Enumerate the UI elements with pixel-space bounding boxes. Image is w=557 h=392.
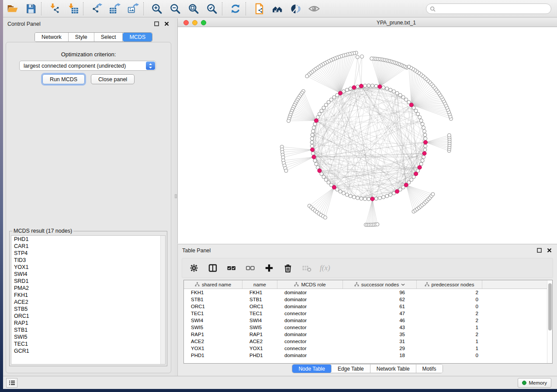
mcds-result-node[interactable]: TID3 <box>11 257 165 264</box>
node-table-body: FKH1FKH1dominator962STB1STB1dominator620… <box>184 289 552 359</box>
export-table-icon[interactable] <box>107 2 122 16</box>
column-settings-icon[interactable] <box>188 263 200 273</box>
close-panel-icon[interactable] <box>163 21 170 27</box>
mcds-result-list[interactable]: PHD1CAR1STP4TID3YOX1SWI4SRD1PMA2FKH1ACE2… <box>11 235 166 364</box>
network-window-title: YPA_prune.txt_1 <box>377 20 416 26</box>
mcds-result-node[interactable]: SWI4 <box>11 271 165 278</box>
splitter-grip[interactable] <box>175 194 177 198</box>
mcds-result-node[interactable]: STB1 <box>11 327 165 334</box>
node-table[interactable]: shared namenameMCDS rolesuccessor nodesp… <box>183 280 553 364</box>
column-header-filler <box>482 280 552 289</box>
column-header-shared-name[interactable]: shared name <box>184 280 242 289</box>
mcds-result-node[interactable]: TEC1 <box>11 340 165 347</box>
tab-network[interactable]: Network <box>35 33 69 41</box>
search-input[interactable] <box>426 3 551 14</box>
mcds-result-node[interactable]: YOX1 <box>11 264 165 271</box>
table-row[interactable]: SWI5SWI5connector431 <box>184 324 552 331</box>
mcds-result-node[interactable]: STB5 <box>11 306 165 313</box>
mcds-result-node[interactable]: PMA2 <box>11 285 165 292</box>
tab-mcds[interactable]: MCDS <box>123 33 152 41</box>
table-row[interactable]: PHD1PHD1dominator180 <box>184 352 552 359</box>
toolbar-separator <box>246 2 246 15</box>
network-canvas[interactable] <box>178 28 557 244</box>
tab-edge-table[interactable]: Edge Table <box>332 364 370 373</box>
mcds-result-node[interactable]: GCR1 <box>11 347 165 354</box>
mcds-result-node[interactable]: STP4 <box>11 250 165 257</box>
table-row[interactable]: STB1STB1dominator620 <box>184 296 552 303</box>
column-header-MCDS-role[interactable]: MCDS role <box>277 280 343 289</box>
mcds-result-node[interactable]: ACE2 <box>11 299 165 306</box>
mcds-result-node[interactable]: SWI5 <box>11 334 165 340</box>
save-session-icon[interactable] <box>24 2 38 16</box>
network-overview-icon[interactable] <box>270 2 285 16</box>
tab-style[interactable]: Style <box>69 33 94 41</box>
delete-columns-icon[interactable] <box>282 263 294 273</box>
network-graph[interactable] <box>178 28 557 244</box>
mcds-result-node[interactable]: RAP1 <box>11 320 165 327</box>
table-toolbar: f(x) <box>182 258 553 278</box>
table-row[interactable]: YOX1YOX1connector291 <box>184 345 552 352</box>
add-column-icon[interactable] <box>263 263 275 273</box>
panel-splitter[interactable] <box>174 18 177 376</box>
nodes-layer[interactable] <box>280 51 453 227</box>
tab-network-table[interactable]: Network Table <box>370 364 416 373</box>
run-mcds-button[interactable]: Run MCDS <box>42 74 85 84</box>
table-scrollbar-thumb[interactable] <box>548 283 552 330</box>
hide-graphics-details-icon[interactable] <box>288 2 303 16</box>
control-panel: Control Panel NetworkStyleSelectMCDS Opt… <box>3 18 174 376</box>
dropdown-stepper-icon <box>146 62 155 70</box>
network-window-titlebar[interactable]: YPA_prune.txt_1 <box>178 18 557 27</box>
float-panel-icon[interactable] <box>153 21 160 27</box>
result-scrollbar[interactable] <box>160 236 165 364</box>
close-table-panel-icon[interactable] <box>546 247 553 254</box>
search-icon <box>430 6 436 12</box>
function-builder-icon: f(x) <box>320 264 330 272</box>
zoom-selected-icon[interactable] <box>204 2 219 16</box>
show-graphics-details-icon[interactable] <box>307 2 322 16</box>
table-row[interactable]: RAP1RAP1dominator352 <box>184 331 552 338</box>
table-row[interactable]: ACE2ACE2connector311 <box>184 338 552 345</box>
delete-table-icon <box>301 263 312 273</box>
task-history-button[interactable] <box>6 378 17 388</box>
export-image-icon[interactable] <box>126 2 141 16</box>
close-panel-button[interactable]: Close panel <box>91 74 135 84</box>
memory-status-icon <box>522 381 526 385</box>
zoom-fit-icon[interactable] <box>186 2 201 16</box>
mcds-result-node[interactable]: PHD1 <box>11 236 165 243</box>
memory-button[interactable]: Memory <box>518 378 551 388</box>
table-row[interactable]: SWI4SWI4dominator462 <box>184 317 552 324</box>
export-network-icon[interactable] <box>89 2 104 16</box>
control-panel-title: Control Panel <box>7 21 41 27</box>
mcds-result-node[interactable]: ORC1 <box>11 313 165 320</box>
criterion-dropdown[interactable]: largest connected component (undirected) <box>19 61 156 71</box>
mcds-result-group: MCDS result (17 nodes) PHD1CAR1STP4TID3Y… <box>9 228 167 366</box>
deselect-all-icon[interactable] <box>245 263 256 273</box>
minimize-window-button[interactable] <box>192 20 197 25</box>
mcds-result-node[interactable]: CAR1 <box>11 243 165 250</box>
table-row[interactable]: ORC1ORC1dominator610 <box>184 303 552 310</box>
column-header-predecessor-nodes[interactable]: predecessor nodes <box>417 280 482 289</box>
maximize-window-button[interactable] <box>201 20 206 25</box>
tab-node-table[interactable]: Node Table <box>292 364 332 373</box>
zoom-in-icon[interactable] <box>149 2 164 16</box>
open-file-icon[interactable] <box>5 2 20 16</box>
column-header-successor-nodes[interactable]: successor nodes <box>343 280 417 289</box>
import-network-icon[interactable] <box>47 2 62 16</box>
tab-motifs[interactable]: Motifs <box>416 364 443 373</box>
select-all-icon[interactable] <box>226 263 237 273</box>
zoom-out-icon[interactable] <box>168 2 183 16</box>
table-row[interactable]: FKH1FKH1dominator962 <box>184 289 552 296</box>
table-row[interactable]: TEC1TEC1connector472 <box>184 310 552 317</box>
mcds-result-node[interactable]: FKH1 <box>11 292 165 299</box>
split-panel-icon[interactable] <box>207 263 218 273</box>
network-from-file-icon[interactable] <box>252 2 266 16</box>
mcds-result-node[interactable]: SRD1 <box>11 278 165 285</box>
float-table-panel-icon[interactable] <box>536 247 543 254</box>
refresh-view-icon[interactable] <box>228 2 243 16</box>
close-window-button[interactable] <box>183 20 189 25</box>
table-scrollbar[interactable] <box>547 280 552 363</box>
import-table-icon[interactable] <box>66 2 80 16</box>
tab-select[interactable]: Select <box>94 33 123 41</box>
memory-label: Memory <box>529 380 547 385</box>
column-header-name[interactable]: name <box>242 280 277 289</box>
